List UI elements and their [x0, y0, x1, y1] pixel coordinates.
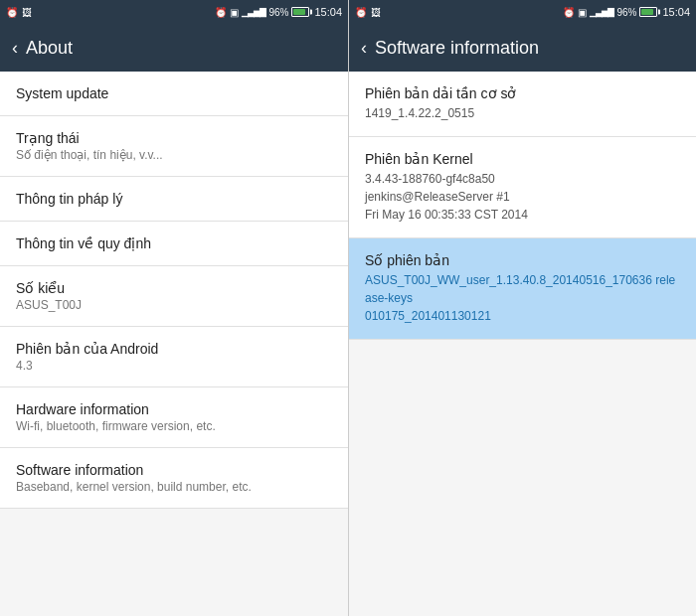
alarm-icon-right: ⏰ — [215, 7, 227, 18]
right-status-icons: ⏰ 🖼 — [355, 7, 381, 18]
item-subtitle: Wi-fi, bluetooth, firmware version, etc. — [16, 419, 332, 433]
right-info-list: Phiên bản dải tần cơ sở 1419_1.4.22.2_05… — [349, 72, 696, 616]
battery-icon — [639, 7, 657, 17]
item-title: Trạng thái — [16, 130, 332, 146]
list-item[interactable]: Trạng thái Số điện thoại, tín hiệu, v.v.… — [0, 116, 348, 177]
right-nav-bar: ‹ Software information — [349, 24, 696, 72]
time-display: 15:04 — [314, 6, 342, 18]
info-title: Phiên bản dải tần cơ sở — [365, 85, 680, 101]
battery-percent: 96% — [616, 7, 636, 18]
alarm-icon-right: ⏰ — [563, 7, 575, 18]
info-title: Số phiên bản — [365, 252, 680, 268]
info-item: Phiên bản dải tần cơ sở 1419_1.4.22.2_05… — [349, 72, 696, 137]
sim-icon: ▣ — [230, 7, 239, 18]
info-value: ASUS_T00J_WW_user_1.13.40.8_20140516_170… — [365, 271, 680, 325]
item-title: Thông tin pháp lý — [16, 191, 332, 207]
list-item[interactable]: Phiên bản của Android 4.3 — [0, 327, 348, 387]
page-title: Software information — [375, 38, 539, 59]
left-menu-list: System update Trạng thái Số điện thoại, … — [0, 72, 348, 616]
back-button[interactable]: ‹ — [361, 38, 367, 59]
info-item-highlighted[interactable]: Số phiên bản ASUS_T00J_WW_user_1.13.40.8… — [349, 238, 696, 340]
info-value: 1419_1.4.22.2_0515 — [365, 104, 680, 122]
battery-icon — [291, 7, 309, 17]
signal-bars: ▁▃▅▇ — [590, 7, 613, 17]
list-item[interactable]: Số kiểu ASUS_T00J — [0, 266, 348, 327]
battery-percent: 96% — [268, 7, 288, 18]
page-title: About — [26, 38, 73, 59]
item-title: Software information — [16, 462, 332, 478]
item-subtitle: Số điện thoại, tín hiệu, v.v... — [16, 148, 332, 162]
right-status-right: ⏰ ▣ ▁▃▅▇ 96% 15:04 — [563, 6, 690, 18]
right-panel: ⏰ 🖼 ⏰ ▣ ▁▃▅▇ 96% 15:04 ‹ Software inform… — [348, 0, 696, 616]
info-title: Phiên bản Kernel — [365, 151, 680, 167]
signal-bars: ▁▃▅▇ — [242, 7, 265, 17]
item-subtitle: 4.3 — [16, 359, 332, 373]
info-item: Phiên bản Kernel 3.4.43-188760-gf4c8a50 … — [349, 137, 696, 238]
item-subtitle: Baseband, kernel version, build number, … — [16, 480, 332, 494]
alarm-icon: ⏰ — [355, 7, 367, 18]
time-display: 15:04 — [662, 6, 690, 18]
sim-icon: ▣ — [578, 7, 587, 18]
item-title: Phiên bản của Android — [16, 341, 332, 357]
info-value: 3.4.43-188760-gf4c8a50 jenkins@ReleaseSe… — [365, 170, 680, 224]
list-item[interactable]: Thông tin pháp lý — [0, 177, 348, 222]
left-panel: ⏰ 🖼 ⏰ ▣ ▁▃▅▇ 96% 15:04 ‹ About System up… — [0, 0, 348, 616]
list-item[interactable]: System update — [0, 72, 348, 116]
list-item[interactable]: Software information Baseband, kernel ve… — [0, 448, 348, 509]
item-title: Thông tin về quy định — [16, 235, 332, 251]
list-item[interactable]: Hardware information Wi-fi, bluetooth, f… — [0, 387, 348, 448]
item-subtitle: ASUS_T00J — [16, 298, 332, 312]
image-icon: 🖼 — [22, 7, 32, 18]
left-status-icons: ⏰ 🖼 — [6, 7, 32, 18]
image-icon: 🖼 — [371, 7, 381, 18]
left-status-bar: ⏰ 🖼 ⏰ ▣ ▁▃▅▇ 96% 15:04 — [0, 0, 348, 24]
left-nav-bar: ‹ About — [0, 24, 348, 72]
item-title: Số kiểu — [16, 280, 332, 296]
item-title: System update — [16, 85, 332, 101]
right-status-bar: ⏰ 🖼 ⏰ ▣ ▁▃▅▇ 96% 15:04 — [349, 0, 696, 24]
item-title: Hardware information — [16, 401, 332, 417]
alarm-icon: ⏰ — [6, 7, 18, 18]
list-item[interactable]: Thông tin về quy định — [0, 222, 348, 266]
left-status-right: ⏰ ▣ ▁▃▅▇ 96% 15:04 — [215, 6, 342, 18]
back-button[interactable]: ‹ — [12, 38, 18, 59]
